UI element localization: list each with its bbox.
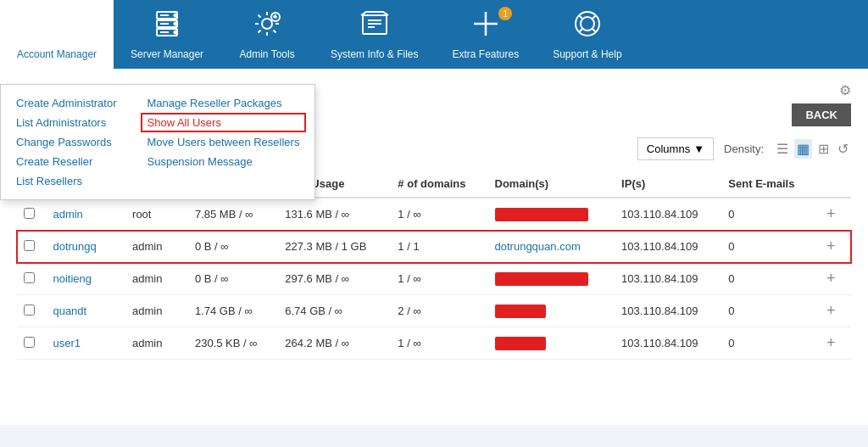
server-manager-label: Server Manager bbox=[131, 48, 203, 60]
add-button[interactable]: + bbox=[823, 270, 839, 288]
row-disk-usage: 227.3 MB / 1 GB bbox=[278, 231, 391, 263]
columns-button[interactable]: Columns ▼ bbox=[637, 137, 714, 160]
row-domains: dotrungquan.com bbox=[488, 231, 615, 263]
username-link[interactable]: admin bbox=[53, 208, 82, 221]
add-button[interactable]: + bbox=[823, 302, 839, 320]
density-grid-icon[interactable]: ▦ bbox=[794, 139, 812, 159]
username-link[interactable]: user1 bbox=[53, 337, 81, 349]
row-disk-usage: 6.74 GB / ∞ bbox=[278, 295, 391, 327]
svg-point-9 bbox=[175, 31, 177, 34]
row-username: dotrungq bbox=[46, 231, 125, 263]
add-button[interactable]: + bbox=[823, 237, 839, 255]
back-button[interactable]: BACK bbox=[792, 103, 851, 126]
account-manager-label: Account Manager bbox=[17, 48, 97, 60]
row-creator: admin bbox=[125, 263, 188, 295]
row-domains bbox=[488, 263, 615, 295]
account-manager-dropdown: Create Administrator List Administrators… bbox=[0, 84, 315, 200]
extra-features-badge: 1 bbox=[498, 7, 512, 20]
nav-admin-tools[interactable]: Admin Tools bbox=[220, 0, 314, 69]
username-link[interactable]: dotrungq bbox=[53, 240, 96, 253]
density-icons: ☰ ▦ ⊞ ↺ bbox=[774, 139, 851, 159]
row-ips: 103.110.84.109 bbox=[615, 198, 721, 231]
col-domains[interactable]: Domain(s) bbox=[488, 170, 615, 198]
nav-support-help[interactable]: Support & Help bbox=[536, 0, 638, 69]
row-bandwidth: 1.74 GB / ∞ bbox=[188, 295, 278, 327]
columns-dropdown-icon: ▼ bbox=[693, 142, 704, 155]
domain-bar bbox=[495, 272, 588, 286]
row-sent-emails: 0 bbox=[721, 327, 816, 360]
row-bandwidth: 230.5 KB / ∞ bbox=[188, 327, 278, 360]
row-add-cell: + bbox=[816, 295, 851, 327]
table-row: dotrungqadmin0 B / ∞227.3 MB / 1 GB1 / 1… bbox=[17, 231, 851, 263]
row-domains-count: 1 / ∞ bbox=[391, 263, 487, 295]
add-button[interactable]: + bbox=[823, 334, 839, 352]
row-ips: 103.110.84.109 bbox=[615, 295, 721, 327]
col-domains-count[interactable]: # of domains bbox=[391, 170, 487, 198]
dropdown-create-reseller[interactable]: Create Reseller bbox=[9, 152, 124, 171]
row-sent-emails: 0 bbox=[721, 295, 816, 327]
nav-account-manager[interactable]: Account Manager bbox=[0, 0, 114, 69]
dropdown-manage-reseller-packages[interactable]: Manage Reseller Packages bbox=[141, 93, 307, 113]
system-info-label: System Info & Files bbox=[331, 48, 418, 60]
dropdown-show-all-users[interactable]: Show All Users bbox=[141, 113, 307, 132]
row-creator: root bbox=[125, 198, 188, 231]
density-compact-icon[interactable]: ⊞ bbox=[815, 139, 832, 159]
row-ips: 103.110.84.109 bbox=[615, 231, 721, 263]
row-creator: admin bbox=[125, 295, 188, 327]
support-help-label: Support & Help bbox=[553, 48, 621, 60]
row-checkbox-cell bbox=[17, 327, 46, 360]
row-checkbox[interactable] bbox=[24, 305, 35, 316]
row-sent-emails: 0 bbox=[721, 198, 816, 231]
col-actions bbox=[816, 170, 851, 198]
row-add-cell: + bbox=[816, 263, 851, 295]
top-navigation: Account Manager Server Manager bbox=[0, 0, 868, 69]
dropdown-list-administrators[interactable]: List Administrators bbox=[9, 113, 124, 132]
col-sent-emails[interactable]: Sent E-mails bbox=[721, 170, 816, 198]
row-checkbox-cell bbox=[17, 263, 46, 295]
row-checkbox-cell bbox=[17, 295, 46, 327]
row-domains bbox=[488, 295, 615, 327]
row-checkbox[interactable] bbox=[24, 208, 35, 219]
nav-system-info[interactable]: System Info & Files bbox=[314, 0, 435, 69]
dropdown-col-1: Create Administrator List Administrators… bbox=[1, 93, 132, 191]
nav-server-manager[interactable]: Server Manager bbox=[114, 0, 220, 69]
row-domains bbox=[488, 198, 615, 231]
row-disk-usage: 131.6 MB / ∞ bbox=[278, 198, 391, 231]
svg-line-26 bbox=[592, 28, 596, 32]
row-domains-count: 1 / 1 bbox=[391, 231, 487, 263]
extra-features-label: Extra Features bbox=[452, 48, 519, 60]
row-add-cell: + bbox=[816, 327, 851, 360]
row-checkbox[interactable] bbox=[24, 240, 35, 251]
table-row: noitiengadmin0 B / ∞297.6 MB / ∞1 / ∞103… bbox=[17, 263, 851, 295]
svg-point-13 bbox=[262, 19, 272, 29]
account-manager-icon bbox=[42, 8, 72, 45]
dropdown-create-administrator[interactable]: Create Administrator bbox=[9, 93, 124, 113]
density-list-icon[interactable]: ☰ bbox=[774, 139, 791, 159]
username-link[interactable]: noitieng bbox=[53, 272, 92, 285]
admin-tools-icon bbox=[252, 8, 282, 45]
dropdown-col-2: Manage Reseller Packages Show All Users … bbox=[132, 93, 315, 191]
username-link[interactable]: quandt bbox=[53, 305, 86, 317]
dropdown-change-passwords[interactable]: Change Passwords bbox=[9, 132, 124, 152]
dropdown-move-users[interactable]: Move Users between Resellers bbox=[141, 132, 307, 152]
domain-link[interactable]: dotrungquan.com bbox=[495, 240, 581, 253]
row-checkbox[interactable] bbox=[24, 337, 35, 348]
col-ips[interactable]: IP(s) bbox=[615, 170, 721, 198]
row-bandwidth: 0 B / ∞ bbox=[188, 263, 278, 295]
domain-bar bbox=[495, 208, 588, 221]
extra-features-icon bbox=[470, 8, 501, 45]
settings-gear-icon[interactable]: ⚙ bbox=[839, 82, 851, 98]
dropdown-suspension-message[interactable]: Suspension Message bbox=[141, 152, 307, 171]
row-creator: admin bbox=[125, 231, 188, 263]
nav-extra-features[interactable]: 1 Extra Features bbox=[435, 0, 536, 69]
dropdown-list-resellers[interactable]: List Resellers bbox=[9, 171, 124, 191]
density-refresh-icon[interactable]: ↺ bbox=[835, 139, 851, 159]
domain-bar bbox=[495, 305, 547, 318]
row-checkbox[interactable] bbox=[24, 272, 35, 283]
row-bandwidth: 7.85 MB / ∞ bbox=[188, 198, 278, 231]
admin-tools-label: Admin Tools bbox=[240, 48, 295, 60]
toolbar-right: Columns ▼ Density: ☰ ▦ ⊞ ↺ bbox=[637, 137, 851, 160]
table-row: user1admin230.5 KB / ∞264.2 MB / ∞1 / ∞1… bbox=[17, 327, 851, 360]
add-button[interactable]: + bbox=[823, 205, 839, 223]
svg-point-7 bbox=[175, 14, 177, 17]
